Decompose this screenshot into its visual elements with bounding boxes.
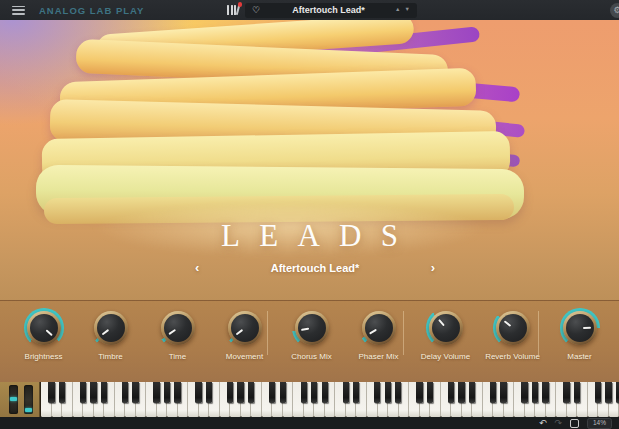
knob-time[interactable]: Time [144,307,211,361]
black-key[interactable] [469,382,475,403]
current-preset-label: Aftertouch Lead* [271,262,360,274]
piano-keyboard[interactable] [41,382,619,417]
redo-icon[interactable]: ↷ [554,418,562,428]
black-key[interactable] [122,382,128,403]
black-key[interactable] [132,382,138,403]
black-key[interactable] [227,382,233,403]
knob-pointer [369,329,377,335]
knob-label: Timbre [98,352,123,361]
knob-pointer [235,329,243,335]
black-key[interactable] [80,382,86,403]
compare-icon[interactable] [570,419,579,428]
black-key[interactable] [206,382,212,403]
knob-label: Chorus Mix [291,352,331,361]
knob-row: BrightnessTimbreTimeMovementChorus MixPh… [10,307,613,361]
black-key[interactable] [532,382,538,403]
black-key[interactable] [395,382,401,403]
black-key[interactable] [195,382,201,403]
black-key[interactable] [416,382,422,403]
knob-label: Brightness [25,352,63,361]
knob-delay-volume[interactable]: Delay Volume [412,307,479,361]
footer-bar: ↶ ↷ 14% [0,417,619,429]
preset-name-field[interactable]: Aftertouch Lead* [266,5,391,15]
knob-pointer [503,320,510,327]
knob-pointer [45,329,52,336]
knob-timbre[interactable]: Timbre [77,307,144,361]
keyboard-zone [0,382,619,417]
top-bar: ANALOG LAB PLAY ♡ Aftertouch Lead* ▲ ▼ ⚙ [0,0,619,20]
black-key[interactable] [605,382,611,403]
black-key[interactable] [574,382,580,403]
analog-lab-play-window: ANALOG LAB PLAY ♡ Aftertouch Lead* ▲ ▼ ⚙… [0,0,619,429]
level-badge[interactable]: 14% [587,418,612,429]
mod-wheel[interactable] [24,385,33,414]
black-key[interactable] [385,382,391,403]
black-key[interactable] [374,382,380,403]
black-key[interactable] [164,382,170,403]
knob-reverb-volume[interactable]: Reverb Volume [479,307,546,361]
black-key[interactable] [174,382,180,403]
undo-icon[interactable]: ↶ [539,418,547,428]
prev-preset-button[interactable]: ‹ [195,261,199,275]
knob-chorus-mix[interactable]: Chorus Mix [278,307,345,361]
knob-label: Master [567,352,591,361]
library-icon[interactable] [227,4,240,16]
black-key[interactable] [153,382,159,403]
wheel-panel [0,382,40,417]
preset-nav: ‹ Aftertouch Lead* › [195,260,435,276]
black-key[interactable] [101,382,107,403]
black-key[interactable] [248,382,254,403]
knob-label: Movement [226,352,263,361]
knob-pointer [438,319,445,326]
preset-selector[interactable]: ♡ Aftertouch Lead* ▲ ▼ [245,3,417,18]
black-key[interactable] [595,382,601,403]
knob-group-divider [267,311,268,355]
black-key[interactable] [542,382,548,403]
knob-pointer [582,327,590,329]
favorite-icon[interactable]: ♡ [252,6,260,15]
knob-pointer [168,329,176,335]
preset-down-icon[interactable]: ▼ [405,7,410,13]
black-key[interactable] [448,382,454,403]
preset-up-icon[interactable]: ▲ [395,7,400,13]
menu-icon[interactable] [12,6,25,15]
knob-phaser-mix[interactable]: Phaser Mix [345,307,412,361]
pitch-wheel[interactable] [9,385,18,414]
knob-pointer [300,328,308,331]
black-key[interactable] [322,382,328,403]
knob-group-divider [403,311,404,355]
notification-dot [238,2,243,7]
black-key[interactable] [490,382,496,403]
macro-controls-panel: BrightnessTimbreTimeMovementChorus MixPh… [0,300,619,382]
black-key[interactable] [301,382,307,403]
black-key[interactable] [269,382,275,403]
black-key[interactable] [353,382,359,403]
black-key[interactable] [280,382,286,403]
black-key[interactable] [458,382,464,403]
knob-label: Phaser Mix [358,352,398,361]
artwork-panel: LEADS ‹ Aftertouch Lead* › [0,20,619,300]
black-key[interactable] [521,382,527,403]
black-key[interactable] [90,382,96,403]
black-key[interactable] [48,382,54,403]
black-key[interactable] [343,382,349,403]
black-key[interactable] [311,382,317,403]
settings-gear-icon[interactable]: ⚙ [610,3,619,18]
knob-brightness[interactable]: Brightness [10,307,77,361]
black-key[interactable] [237,382,243,403]
knob-label: Reverb Volume [485,352,540,361]
knob-pointer [101,329,109,335]
pitch-wheel-indicator [10,397,17,401]
app-title: ANALOG LAB PLAY [39,5,144,16]
mod-wheel-indicator [25,408,32,412]
black-key[interactable] [427,382,433,403]
knob-master[interactable]: Master [546,307,613,361]
black-key[interactable] [563,382,569,403]
black-key[interactable] [500,382,506,403]
next-preset-button[interactable]: › [431,261,435,275]
knob-label: Delay Volume [421,352,470,361]
knob-label: Time [169,352,186,361]
knob-group-divider [538,311,539,355]
category-title: LEADS [0,218,619,254]
black-key[interactable] [59,382,65,403]
